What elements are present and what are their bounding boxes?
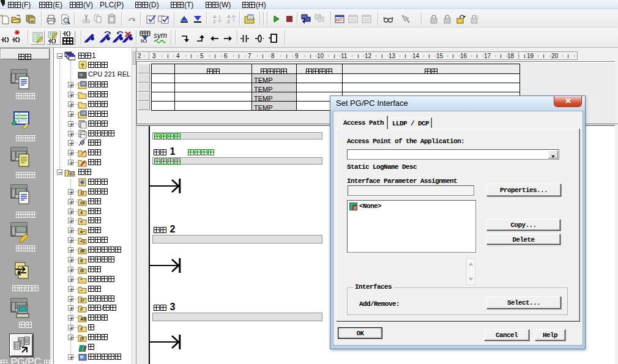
svg-text:?: ? — [81, 62, 84, 68]
svg-text:(9: (9 — [80, 336, 84, 341]
svg-text:ck: ck — [80, 200, 86, 206]
svg-text:#: # — [80, 326, 83, 332]
svg-text:1l: 1l — [80, 190, 84, 196]
svg-text:Z: Z — [213, 19, 216, 24]
svg-text:Ill: Ill — [80, 268, 84, 273]
svg-text:<: < — [80, 219, 83, 225]
svg-text:a~: a~ — [80, 229, 85, 234]
svg-text:tI: tI — [80, 258, 83, 264]
svg-text:tR: tR — [80, 248, 85, 254]
svg-text:1r: 1r — [80, 297, 84, 303]
svg-text:4: 4 — [80, 210, 83, 215]
svg-text:".: ". — [80, 278, 83, 283]
svg-text:+1: +1 — [80, 239, 85, 244]
svg-text:AB: AB — [80, 316, 86, 322]
svg-text:#: # — [80, 306, 83, 312]
svg-text:Z: Z — [227, 19, 230, 24]
svg-text:~: ~ — [80, 288, 83, 293]
